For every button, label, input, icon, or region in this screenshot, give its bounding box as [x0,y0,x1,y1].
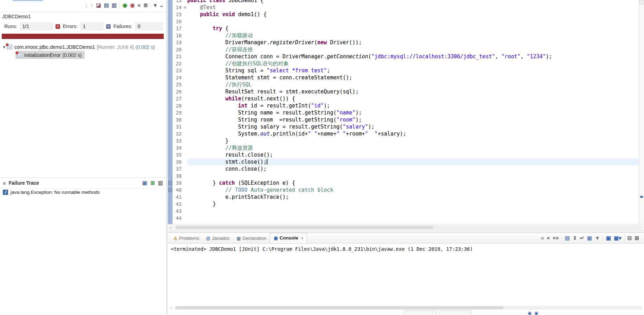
fold-column[interactable] [183,39,187,46]
code-text[interactable]: DriverManager.registerDriver(new Driver(… [187,39,639,46]
code-line[interactable]: 24 Statement stmt = conn.createStatement… [168,74,639,81]
gutter-cell[interactable] [168,123,173,130]
fold-column[interactable] [183,11,187,18]
fold-column[interactable] [183,81,187,88]
scroll-left-icon[interactable]: ‹ [168,305,174,310]
code-text[interactable]: String name = result.getString("name"); [187,109,639,116]
show-next-failure-icon[interactable]: ↓ [85,2,88,8]
remove-launch-icon[interactable]: × [547,235,550,241]
fold-column[interactable] [183,74,187,81]
code-line[interactable]: 23 String sql = "select *from test"; [168,67,639,74]
gutter-cell[interactable] [168,158,173,165]
gutter-cell[interactable] [168,172,173,179]
code-line[interactable]: 22 //创建执行SQL语句的对象 [168,60,639,67]
line-number[interactable]: 42 [173,201,183,208]
code-text[interactable]: //执行SQL [187,81,639,88]
code-text[interactable]: public void demo1() { [187,11,639,18]
gutter-cell[interactable] [168,18,173,25]
gutter-cell[interactable] [168,144,173,151]
show-failures-only-icon[interactable]: ◪ [96,2,101,8]
fold-column[interactable] [183,130,187,137]
test-run-history-icon[interactable]: ≣ [143,2,148,8]
code-text[interactable] [187,208,639,215]
code-line[interactable]: 25 //执行SQL [168,81,639,88]
line-number[interactable]: 29 [173,109,183,116]
line-number[interactable]: 13 [173,0,183,4]
code-line[interactable]: 16 [168,18,639,25]
gutter-cell[interactable] [168,4,173,11]
code-text[interactable]: ResultSet result = stmt.executeQuery(sql… [187,88,639,95]
fold-column[interactable] [183,0,187,4]
code-line[interactable]: 41 e.printStackTrace(); [168,193,639,201]
line-number[interactable]: 22 [173,60,183,67]
line-number[interactable]: 33 [173,137,183,144]
pin-console-icon[interactable]: ▼ [595,235,600,241]
code-line[interactable]: 15 public void demo1() { [168,11,639,18]
fold-column[interactable] [183,158,187,165]
line-number[interactable]: 43 [173,208,183,215]
gutter-cell[interactable] [168,116,173,123]
fold-column[interactable] [183,151,187,158]
line-number[interactable]: 24 [173,74,183,81]
tab-console[interactable]: ▣Console× [270,232,307,243]
fold-column[interactable] [183,172,187,179]
line-number[interactable]: 15 [173,11,183,18]
code-line[interactable]: 38 [168,172,639,179]
gutter-cell[interactable] [168,151,173,158]
gutter-cell[interactable] [168,81,173,88]
failure-trace-menu-icon[interactable]: ≡ [3,180,6,186]
task-marker-icon[interactable] [168,188,172,192]
tab-problems[interactable]: ⚠Problems [170,233,203,243]
gutter-cell[interactable] [168,215,173,222]
code-text[interactable]: stmt.close(); [187,158,639,165]
code-text[interactable]: e.printStackTrace(); [187,193,639,201]
open-console-icon[interactable]: ▣▾ [614,235,622,241]
tab-javadoc[interactable]: @Javadoc [203,233,233,243]
line-number[interactable]: 36 [173,158,183,165]
gutter-cell[interactable] [168,186,173,193]
fold-column[interactable] [183,46,187,53]
line-number[interactable]: 17 [173,25,183,32]
gutter-cell[interactable] [168,0,173,4]
line-number[interactable]: 32 [173,130,183,137]
code-line[interactable]: 17 try { [168,25,639,32]
fold-collapse-icon[interactable]: ⊖ [183,4,187,11]
line-number[interactable]: 16 [173,18,183,25]
code-line[interactable]: 28 int id = result.getInt("id"); [168,102,639,109]
code-line[interactable]: 37 conn.close(); [168,165,639,172]
fold-column[interactable] [183,208,187,215]
gutter-cell[interactable] [168,67,173,74]
line-number[interactable]: 19 [173,39,183,46]
code-text[interactable]: result.close(); [187,151,639,158]
fold-column[interactable] [183,193,187,201]
code-text[interactable]: int id = result.getInt("id"); [187,102,639,109]
show-console-on-output-icon[interactable]: ▣ [587,235,592,241]
gutter-cell[interactable] [168,46,173,53]
code-text[interactable]: } catch (SQLException e) { [187,179,639,186]
fold-column[interactable] [183,179,187,186]
code-text[interactable]: } [187,137,639,144]
show-skipped-tests-icon[interactable]: ▤ [104,2,109,8]
line-number[interactable]: 35 [173,151,183,158]
gutter-cell[interactable] [168,179,173,186]
line-number[interactable]: 31 [173,123,183,130]
task-marker-icon[interactable] [168,181,172,185]
console-scroll-thumb[interactable] [176,306,503,309]
code-text[interactable]: //创建执行SQL语句的对象 [187,60,639,67]
line-number[interactable]: 39 [173,179,183,186]
editor-horizontal-scrollbar[interactable]: ‹ [168,224,644,230]
code-text[interactable]: //释放资源 [187,144,639,151]
code-line[interactable]: 36 stmt.close(); [168,158,639,165]
editor-console-sash[interactable] [168,230,644,232]
line-number[interactable]: 20 [173,46,183,53]
gutter-cell[interactable] [168,88,173,95]
code-line[interactable]: 39 } catch (SQLException e) { [168,179,639,186]
code-line[interactable]: 35 result.close(); [168,151,639,158]
close-tab-icon[interactable]: × [301,236,303,240]
code-text[interactable]: while(result.next()) { [187,95,639,102]
line-number[interactable]: 30 [173,116,183,123]
console-horizontal-scrollbar[interactable]: ‹ [168,305,644,310]
code-text[interactable] [187,18,639,25]
word-wrap-icon[interactable]: ↵ [580,235,584,241]
line-number[interactable]: 34 [173,144,183,151]
